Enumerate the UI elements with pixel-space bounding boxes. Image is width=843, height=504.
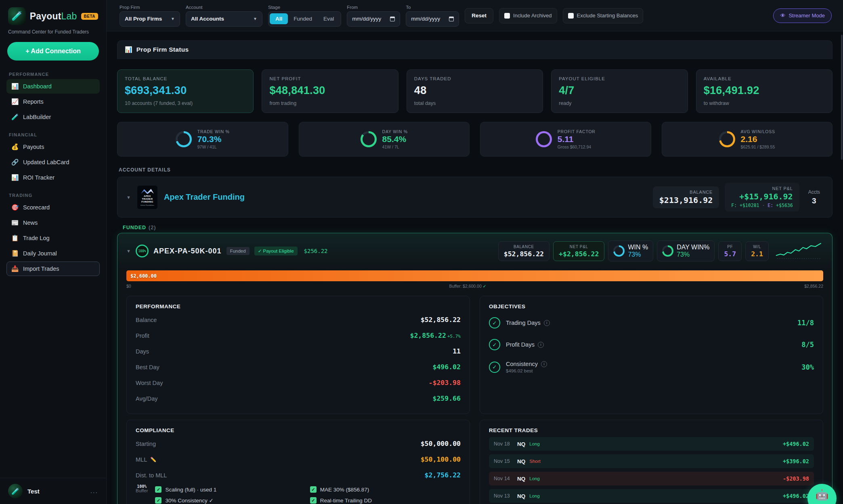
status-card-value: 4/7 xyxy=(559,84,680,97)
sidebar-item-updated-labcard[interactable]: 🔗Updated LabCard xyxy=(6,155,100,169)
equity-sparkline xyxy=(776,242,823,260)
info-icon[interactable]: i xyxy=(538,342,544,348)
checks-column-2: ✓MAE 30% ($856.87)✓Real-time Trailing DD xyxy=(310,486,461,504)
compliance-check-item: ✓Scaling (full) · used 1 xyxy=(155,486,306,493)
trade-row[interactable]: Nov 13NQLong+$496.02 xyxy=(489,489,814,503)
balance-stat-box: BALANCE $52,856.22 xyxy=(498,241,549,261)
trade-side: Long xyxy=(529,494,540,498)
status-card-value: $16,491.92 xyxy=(704,84,825,97)
sidebar-item-trade-log[interactable]: 📋Trade Log xyxy=(6,231,100,245)
trade-symbol: NQ xyxy=(517,476,525,482)
from-date-input[interactable]: mm/dd/yyyy xyxy=(347,11,400,27)
account-amount: $256.22 xyxy=(304,248,328,254)
objective-check-icon: ✓ xyxy=(489,362,500,373)
objective-row: ✓Profit Days i8/5 xyxy=(489,334,814,356)
trade-row[interactable]: Nov 15NQShort+$396.02 xyxy=(489,454,814,468)
sidebar-item-payouts[interactable]: 💰Payouts xyxy=(6,140,100,154)
stage-label: Stage xyxy=(268,5,341,10)
news-icon: 📰 xyxy=(11,219,19,226)
performance-row: Worst Day-$203.98 xyxy=(136,375,461,391)
sidebar-item-news[interactable]: 📰News xyxy=(6,215,100,230)
calendar-icon xyxy=(449,17,454,21)
sidebar-item-reports[interactable]: 📈Reports xyxy=(6,94,100,109)
gauge-label: DAY WIN % xyxy=(382,129,408,134)
trade-symbol: NQ xyxy=(517,441,525,447)
compliance-row-label: Dist. to MLL xyxy=(136,472,167,479)
firm-name: Apex Trader Funding xyxy=(164,192,245,202)
add-connection-button[interactable]: + Add Connection xyxy=(7,42,99,61)
user-menu-button[interactable]: ... xyxy=(90,487,98,495)
sidebar-item-dashboard[interactable]: 📊Dashboard xyxy=(6,79,100,94)
exclude-starting-balances-label: Exclude Starting Balances xyxy=(577,13,638,19)
roi-tracker-icon: 📊 xyxy=(11,174,19,181)
stage-segmented-control: AllFundedEval xyxy=(268,11,341,27)
status-card: PAYOUT ELIGIBLE4/7ready xyxy=(551,69,688,113)
info-icon[interactable]: i xyxy=(541,361,547,367)
edit-pencil-icon[interactable]: ✏️ xyxy=(150,457,156,462)
netpl-stat-box: NET P&L +$2,856.22 xyxy=(553,241,604,261)
trade-date: Nov 15 xyxy=(494,458,513,464)
apex-logo-subtext: Infinite Possibilities xyxy=(140,204,154,206)
sidebar-item-label: Dashboard xyxy=(23,83,52,90)
funded-count: (2) xyxy=(149,225,156,230)
objective-row: ✓Consistency i$496.02 best30% xyxy=(489,356,814,379)
wl-stat-box: W/L 2.1 xyxy=(745,241,769,261)
beta-badge: BETA xyxy=(81,13,98,20)
firm-netpl-box: NET P&L +$15,916.92 F: +$10281 · E: +$56… xyxy=(725,183,799,211)
account-select[interactable]: All Accounts ▼ xyxy=(186,11,262,27)
app-root: 🧪 PayoutLab BETA Command Center for Fund… xyxy=(0,0,843,504)
checks-column-1: ✓Scaling (full) · used 1✓30% Consistency… xyxy=(155,486,306,504)
to-date-input[interactable]: mm/dd/yyyy xyxy=(406,11,459,27)
nav-section-label: FINANCIAL xyxy=(9,132,97,137)
gauge-label: PROFIT FACTOR xyxy=(558,129,596,134)
sidebar-item-scorecard[interactable]: 🎯Scorecard xyxy=(6,200,100,215)
compliance-check-item: ✓MAE 30% ($856.87) xyxy=(310,486,461,493)
netpl-stat-value: +$2,856.22 xyxy=(559,250,599,258)
stage-option-all[interactable]: All xyxy=(270,13,288,24)
account-card-header[interactable]: ▼ 100% APEX-PA-50K-001 Funded ✓ Payout E… xyxy=(117,233,832,267)
streamer-mode-button[interactable]: 👁 Streamer Mode xyxy=(773,8,832,23)
firm-summary: BALANCE $213,916.92 NET P&L +$15,916.92 … xyxy=(653,183,823,211)
filter-prop-firm: Prop Firm All Prop Firms ▼ xyxy=(120,5,180,27)
sidebar-item-daily-journal[interactable]: 📔Daily Journal xyxy=(6,246,100,261)
gauge-ring xyxy=(536,131,552,147)
status-card-label: AVAILABLE xyxy=(704,76,825,81)
collapse-caret-icon[interactable]: ▼ xyxy=(126,195,131,200)
exclude-starting-balances-checkbox[interactable]: Exclude Starting Balances xyxy=(563,8,644,23)
stage-option-eval[interactable]: Eval xyxy=(318,13,340,24)
filter-stage: Stage AllFundedEval xyxy=(268,5,341,27)
trade-amount: -$203.98 xyxy=(783,475,809,482)
gauge-sub: $625.91 / $289.55 xyxy=(741,144,775,149)
funded-group-label: FUNDED(2) xyxy=(123,225,831,230)
scrollbar-thumb[interactable] xyxy=(841,35,843,160)
status-card-label: TOTAL BALANCE xyxy=(125,76,246,81)
objective-sub: $496.02 best xyxy=(506,368,547,373)
eval-split-value: +$5636 xyxy=(776,203,793,208)
trade-amount: +$396.02 xyxy=(783,458,809,464)
info-icon[interactable]: i xyxy=(544,320,550,326)
objectives-title: OBJECTIVES xyxy=(489,303,814,310)
sidebar-item-label: Daily Journal xyxy=(23,250,57,257)
progress-buffer-marker: Buffer: $2,600.00 ✓ xyxy=(449,284,486,289)
apex-logo-text: FUNDING xyxy=(141,201,153,203)
firm-row[interactable]: ▼ APEX TRADER FUNDING Infinite Possibili… xyxy=(117,177,833,217)
collapse-caret-icon[interactable]: ▼ xyxy=(126,249,131,253)
include-archived-checkbox[interactable]: Include Archived xyxy=(499,8,557,23)
scrollbar[interactable] xyxy=(841,31,843,504)
app-tagline: Command Center for Funded Traders xyxy=(6,25,100,35)
reset-button[interactable]: Reset xyxy=(465,8,493,23)
user-row[interactable]: 🧪 Test ... xyxy=(0,478,106,504)
prop-firm-select[interactable]: All Prop Firms ▼ xyxy=(120,11,180,27)
gauge-value: 70.3% xyxy=(197,134,230,144)
objective-value: 8/5 xyxy=(801,341,814,349)
checked-checkbox-icon: ✓ xyxy=(155,486,161,493)
buffer-progress-label: $2,600.00 xyxy=(130,273,157,279)
stage-option-funded[interactable]: Funded xyxy=(288,13,318,24)
apex-logo-swoosh xyxy=(140,188,155,194)
prop-firm-value: All Prop Firms xyxy=(125,16,162,22)
sidebar-item-import-trades[interactable]: 📥Import Trades xyxy=(6,261,100,276)
sidebar-item-roi-tracker[interactable]: 📊ROI Tracker xyxy=(6,170,100,185)
trade-row[interactable]: Nov 18NQLong+$496.02 xyxy=(489,437,814,451)
trade-row[interactable]: Nov 14NQLong-$203.98 xyxy=(489,472,814,485)
sidebar-item-labbuilder[interactable]: 🧪LabBuilder xyxy=(6,110,100,124)
